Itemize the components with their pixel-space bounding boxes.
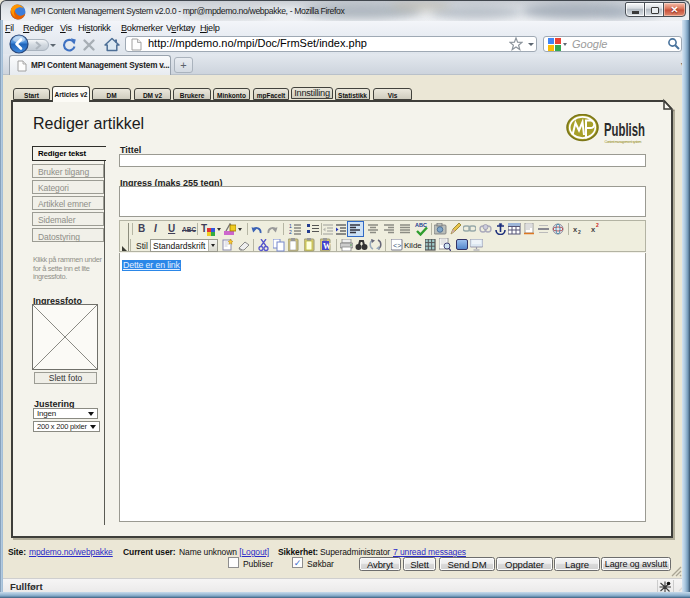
svg-text:Publish: Publish	[604, 119, 645, 140]
svg-text:2: 2	[289, 229, 292, 235]
svg-text:Content management system: Content management system	[605, 140, 642, 144]
svg-text:W: W	[323, 242, 331, 251]
svg-text:<>: <>	[393, 242, 401, 250]
